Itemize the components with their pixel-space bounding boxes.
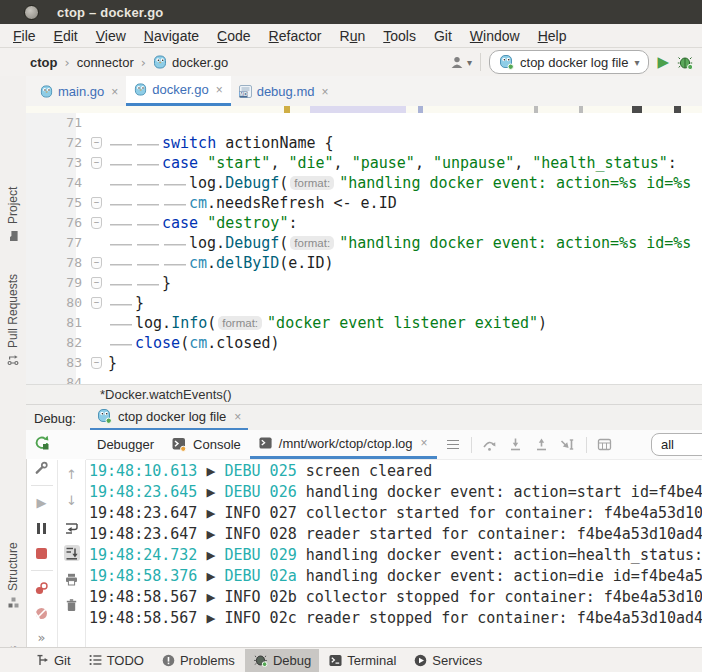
menu-refactor[interactable]: Refactor — [260, 28, 331, 44]
tab-whitespace — [108, 277, 135, 291]
code-token: Debugf — [225, 234, 279, 252]
stop-icon[interactable] — [34, 545, 50, 561]
go-file-icon — [153, 55, 167, 69]
statusbar-todo[interactable]: TODO — [81, 649, 152, 672]
tab-debug-md[interactable]: MD debug.md × — [231, 77, 337, 106]
menu-file[interactable]: File — [4, 28, 45, 44]
run-button[interactable]: ▶ — [657, 55, 669, 70]
line-number: 80 — [26, 293, 90, 313]
code-token: "die" — [288, 154, 333, 172]
code-line: 71 — [26, 113, 702, 133]
breadcrumb-package[interactable]: connector — [77, 55, 134, 70]
settings-wrench-icon[interactable] — [34, 460, 50, 476]
more-chevron-icon[interactable]: » — [38, 630, 46, 645]
run-to-cursor-icon[interactable] — [560, 437, 576, 453]
print-icon[interactable] — [64, 571, 80, 587]
line-number: 72 — [26, 133, 90, 153]
down-stack-icon[interactable]: ↓ — [64, 493, 80, 509]
chevron-down-icon: ▾ — [467, 57, 472, 68]
menu-edit[interactable]: Edit — [45, 28, 87, 44]
scroll-to-end-icon[interactable] — [64, 545, 80, 561]
tab-docker-go[interactable]: docker.go × — [126, 76, 230, 106]
sidebar-item-pull-requests[interactable]: Pull Requests — [0, 244, 26, 366]
step-over-icon[interactable] — [482, 437, 498, 453]
fold-marker-icon[interactable]: − — [91, 197, 102, 209]
chevron-down-icon: ▾ — [634, 57, 639, 68]
statusbar-git[interactable]: Git — [28, 649, 79, 672]
code-token: "health_status" — [532, 154, 667, 172]
fold-marker-icon[interactable]: − — [91, 277, 102, 289]
up-stack-icon[interactable]: ↑ — [64, 467, 80, 483]
fold-marker-icon[interactable]: − — [91, 137, 102, 149]
tab-main-go[interactable]: main.go × — [32, 77, 126, 106]
debug-session-tab[interactable]: ctop docker log file × — [90, 405, 248, 431]
parameter-hint: format: — [218, 316, 262, 330]
fold-marker-icon[interactable]: − — [91, 297, 102, 309]
view-breakpoints-icon[interactable] — [34, 580, 50, 596]
svg-text:MD: MD — [239, 91, 247, 97]
step-out-icon[interactable] — [534, 437, 550, 453]
run-configuration-select[interactable]: ctop docker log file ▾ — [489, 50, 649, 74]
breadcrumb-separator: › — [64, 55, 69, 70]
step-into-icon[interactable] — [508, 437, 524, 453]
rerun-icon[interactable] — [34, 435, 50, 451]
breadcrumb-file[interactable]: docker.go — [153, 55, 228, 70]
close-icon[interactable]: × — [111, 85, 118, 99]
sidebar-item-structure[interactable]: Structure — [0, 528, 26, 608]
close-icon[interactable]: × — [216, 83, 223, 97]
user-avatar-icon[interactable]: ▾ — [449, 55, 472, 69]
close-icon[interactable]: × — [321, 85, 328, 99]
menu-navigate[interactable]: Navigate — [135, 28, 208, 44]
stripe-label: Structure — [6, 542, 20, 591]
statusbar-debug[interactable]: Debug — [245, 649, 319, 672]
soft-wrap-icon[interactable] — [64, 519, 80, 535]
clear-trash-icon[interactable] — [64, 597, 80, 613]
debug-button[interactable] — [677, 54, 694, 70]
sticky-context-bar: *Docker.watchEvents() — [26, 384, 702, 405]
window-button-icon[interactable] — [24, 5, 39, 20]
tab-whitespace — [135, 197, 162, 211]
fold-gutter — [90, 313, 106, 333]
log-line: 19:48:24.732 ▶ DEBU 029 handling docker … — [89, 545, 702, 566]
line-number: 71 — [26, 113, 90, 133]
fold-marker-icon[interactable]: − — [91, 217, 102, 229]
menu-window[interactable]: Window — [461, 28, 529, 44]
menu-help[interactable]: Help — [529, 28, 576, 44]
options-menu-icon[interactable] — [445, 437, 461, 453]
clipped-line-sliver — [26, 106, 702, 113]
line-number: 74 — [26, 173, 90, 193]
menu-view[interactable]: View — [87, 28, 135, 44]
tab-ctop-log[interactable]: /mnt/work/ctop/ctop.log × — [250, 430, 437, 459]
breadcrumb-project[interactable]: ctop — [30, 55, 57, 70]
close-icon[interactable]: × — [420, 436, 427, 450]
pause-icon[interactable] — [34, 520, 50, 536]
line-number: 76 — [26, 213, 90, 233]
sidebar-item-project[interactable]: Project — [0, 162, 26, 242]
fold-marker-icon[interactable]: − — [91, 357, 102, 369]
tab-console[interactable]: Console — [163, 430, 250, 459]
console-action-icons — [445, 430, 613, 459]
fold-marker-icon[interactable]: − — [91, 157, 102, 169]
statusbar-problems[interactable]: Problems — [154, 649, 243, 672]
menu-git[interactable]: Git — [425, 28, 461, 44]
mute-breakpoints-icon[interactable] — [34, 605, 50, 621]
code-token: ) — [538, 314, 547, 332]
resume-icon[interactable]: ▶ — [34, 495, 50, 511]
evaluate-expression-icon[interactable] — [597, 437, 613, 453]
code-token: "pause" — [352, 154, 415, 172]
statusbar-terminal[interactable]: Terminal — [321, 649, 404, 672]
log-filter-select[interactable]: all — [651, 433, 702, 456]
menu-run[interactable]: Run — [331, 28, 375, 44]
tab-debugger[interactable]: Debugger — [88, 430, 163, 459]
debug-panel-header: Debug: ctop docker log file × — [26, 404, 702, 431]
menu-code[interactable]: Code — [208, 28, 259, 44]
menu-tools[interactable]: Tools — [374, 28, 425, 44]
git-branch-icon — [36, 653, 49, 667]
code-text: switch actionName { — [106, 133, 334, 153]
code-token: switch — [162, 134, 216, 152]
close-icon[interactable]: × — [234, 410, 241, 424]
code-editor[interactable]: 7172−switch actionName {73−case "start",… — [26, 106, 702, 384]
fold-marker-icon[interactable]: − — [91, 257, 102, 269]
statusbar-services[interactable]: Services — [406, 649, 490, 672]
log-console[interactable]: 19:48:10.613 ▶ DEBU 025 screen cleared19… — [87, 460, 702, 646]
